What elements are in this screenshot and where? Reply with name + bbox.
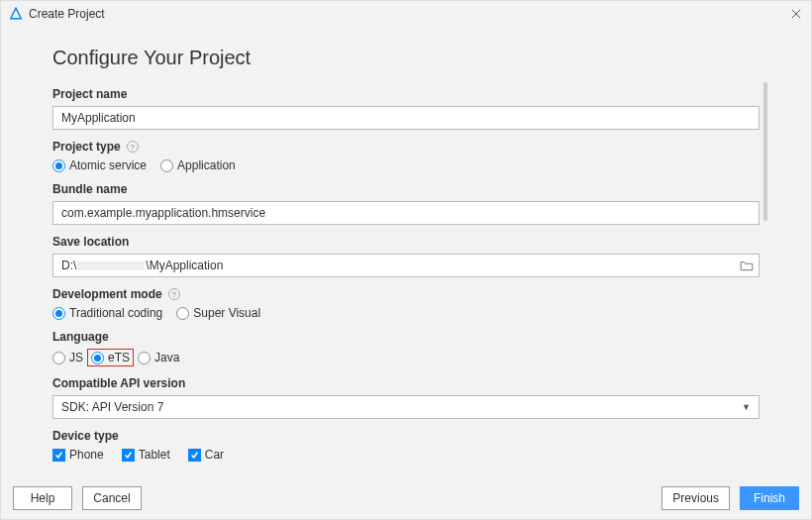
radio-icon xyxy=(52,159,65,172)
radio-icon xyxy=(52,307,65,320)
api-version-value: SDK: API Version 7 xyxy=(61,400,163,414)
radio-ets[interactable]: eTS xyxy=(91,351,130,364)
close-icon[interactable] xyxy=(789,7,803,21)
project-type-radios: Atomic service Application xyxy=(52,158,760,172)
check-label: Car xyxy=(205,448,224,462)
chevron-down-icon: ▼ xyxy=(742,402,751,412)
save-location-label: Save location xyxy=(52,235,760,249)
help-icon[interactable]: ? xyxy=(168,288,180,300)
window-title: Create Project xyxy=(29,7,789,21)
folder-icon[interactable] xyxy=(740,260,754,271)
project-type-label-text: Project type xyxy=(52,140,121,154)
footer: Help Cancel Previous Finish xyxy=(1,477,811,519)
check-phone[interactable]: Phone xyxy=(52,448,104,462)
radio-application[interactable]: Application xyxy=(160,158,236,172)
check-label: Phone xyxy=(69,448,104,462)
save-location-masked xyxy=(77,261,145,270)
radio-label: Super Visual xyxy=(193,306,260,320)
page-title: Configure Your Project xyxy=(52,47,760,69)
bundle-name-input[interactable] xyxy=(52,201,760,225)
radio-traditional-coding[interactable]: Traditional coding xyxy=(52,306,162,320)
api-version-label: Compatible API version xyxy=(52,376,760,390)
checkbox-icon xyxy=(122,449,135,462)
help-button[interactable]: Help xyxy=(13,486,72,510)
radio-label: eTS xyxy=(108,351,130,364)
radio-java[interactable]: Java xyxy=(138,351,179,364)
radio-label: Traditional coding xyxy=(69,306,162,320)
project-name-input[interactable] xyxy=(52,106,760,130)
title-bar: Create Project xyxy=(1,1,811,27)
api-version-select[interactable]: SDK: API Version 7 ▼ xyxy=(52,395,760,419)
checkbox-icon xyxy=(188,449,201,462)
help-icon[interactable]: ? xyxy=(127,141,139,153)
previous-button[interactable]: Previous xyxy=(661,486,730,510)
radio-icon xyxy=(176,307,189,320)
radio-label: Atomic service xyxy=(69,158,147,172)
language-label: Language xyxy=(52,330,760,344)
radio-label: Application xyxy=(177,158,236,172)
scrollbar[interactable] xyxy=(763,82,767,221)
device-type-label: Device type xyxy=(52,429,760,443)
check-car[interactable]: Car xyxy=(188,448,224,462)
check-tablet[interactable]: Tablet xyxy=(122,448,170,462)
radio-icon xyxy=(91,352,104,364)
app-logo-icon xyxy=(9,7,23,21)
cancel-button[interactable]: Cancel xyxy=(82,486,142,510)
radio-atomic-service[interactable]: Atomic service xyxy=(52,158,147,172)
radio-label: Java xyxy=(154,351,179,364)
dev-mode-radios: Traditional coding Super Visual xyxy=(52,306,760,320)
bundle-name-label: Bundle name xyxy=(52,182,760,196)
project-name-label: Project name xyxy=(52,87,760,101)
check-label: Tablet xyxy=(139,448,170,462)
dev-mode-label-text: Development mode xyxy=(52,287,162,301)
checkbox-icon xyxy=(52,449,65,462)
radio-icon xyxy=(138,352,151,364)
language-radios: JS eTS Java xyxy=(52,349,760,366)
highlight-ets: eTS xyxy=(87,349,134,366)
finish-button[interactable]: Finish xyxy=(740,486,799,510)
save-location-input[interactable]: D:\ \MyApplication xyxy=(52,254,760,277)
radio-label: JS xyxy=(69,351,83,364)
radio-icon xyxy=(52,352,65,364)
device-type-checks: Phone Tablet Car xyxy=(52,448,760,462)
content-area: Configure Your Project Project name Proj… xyxy=(1,27,811,477)
save-location-suffix: \MyApplication xyxy=(146,259,223,272)
save-location-prefix: D:\ xyxy=(61,259,76,272)
dev-mode-label: Development mode ? xyxy=(52,287,760,301)
radio-super-visual[interactable]: Super Visual xyxy=(176,306,260,320)
project-type-label: Project type ? xyxy=(52,140,760,154)
radio-icon xyxy=(160,159,173,172)
radio-js[interactable]: JS xyxy=(52,351,83,364)
save-location-wrap: D:\ \MyApplication xyxy=(52,254,760,277)
